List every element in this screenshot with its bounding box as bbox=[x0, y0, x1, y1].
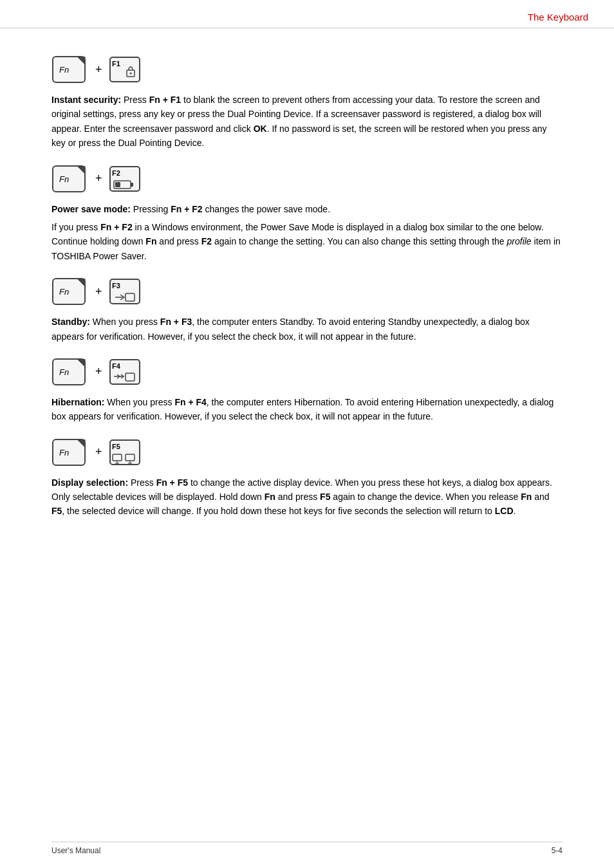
svg-text:F1: F1 bbox=[112, 60, 120, 68]
key-combo-f4: Fn + F4 bbox=[51, 358, 563, 386]
section-fn-f2: Fn + F2 Power save mode: Pressing Fn + F… bbox=[51, 165, 563, 264]
footer-left: User's Manual bbox=[51, 846, 100, 855]
svg-text:Fn: Fn bbox=[59, 287, 69, 297]
fn-key-f4: Fn bbox=[51, 358, 89, 386]
section-fn-f3: Fn + F3 Standby: When you press Fn + F3,… bbox=[51, 277, 563, 344]
fn-key-f3: Fn bbox=[51, 277, 89, 306]
f4-key: F4 bbox=[109, 358, 141, 385]
f2-key: F2 bbox=[109, 165, 141, 192]
svg-text:Fn: Fn bbox=[59, 174, 69, 184]
description-fn-f5: Display selection: Press Fn + F5 to chan… bbox=[51, 476, 563, 519]
description-fn-f2-detail: If you press Fn + F2 in a Windows enviro… bbox=[51, 220, 563, 263]
svg-rect-12 bbox=[115, 182, 120, 187]
plus-sign-f2: + bbox=[95, 172, 102, 185]
description-fn-f1: Instant security: Press Fn + F1 to blank… bbox=[51, 93, 563, 151]
f3-key: F3 bbox=[109, 278, 141, 305]
f1-key: F1 bbox=[109, 56, 141, 83]
section-fn-f5: Fn + F5 Display selection: Press Fn + F5… bbox=[51, 438, 563, 519]
plus-sign-f3: + bbox=[95, 285, 102, 299]
svg-text:F2: F2 bbox=[112, 169, 120, 177]
footer-right: 5-4 bbox=[552, 846, 563, 855]
description-fn-f3: Standby: When you press Fn + F3, the com… bbox=[51, 315, 563, 344]
page-footer: User's Manual 5-4 bbox=[51, 842, 563, 855]
svg-rect-11 bbox=[131, 183, 133, 187]
description-fn-f2: Power save mode: Pressing Fn + F2 change… bbox=[51, 202, 563, 216]
description-fn-f4: Hibernation: When you press Fn + F4, the… bbox=[51, 395, 563, 424]
section-fn-f1: Fn + F1 Instant security: Press Fn + F1 … bbox=[51, 55, 563, 151]
svg-point-5 bbox=[129, 73, 131, 75]
f5-key: F5 bbox=[109, 439, 141, 466]
svg-text:Fn: Fn bbox=[59, 367, 69, 377]
svg-text:Fn: Fn bbox=[59, 448, 69, 457]
page-content: Fn + F1 Instant security: Press Fn + F1 … bbox=[0, 28, 614, 551]
key-combo-f2: Fn + F2 bbox=[51, 165, 563, 193]
fn-key-f2: Fn bbox=[51, 165, 89, 193]
key-combo-f3: Fn + F3 bbox=[51, 277, 563, 306]
key-combo-f1: Fn + F1 bbox=[51, 55, 563, 84]
key-combo-f5: Fn + F5 bbox=[51, 438, 563, 466]
plus-sign-f5: + bbox=[95, 445, 102, 459]
svg-text:F5: F5 bbox=[112, 443, 120, 450]
fn-key-f5: Fn bbox=[51, 438, 89, 466]
plus-sign-f4: + bbox=[95, 365, 102, 378]
svg-text:Fn: Fn bbox=[59, 65, 69, 75]
svg-text:F4: F4 bbox=[112, 362, 121, 370]
header-title: The Keyboard bbox=[528, 12, 588, 23]
plus-sign-f1: + bbox=[95, 63, 102, 77]
svg-text:F3: F3 bbox=[112, 282, 120, 290]
section-fn-f4: Fn + F4 Hibernation: When you press Fn +… bbox=[51, 358, 563, 424]
page-header: The Keyboard bbox=[0, 0, 614, 28]
fn-key-f1: Fn bbox=[51, 55, 89, 84]
